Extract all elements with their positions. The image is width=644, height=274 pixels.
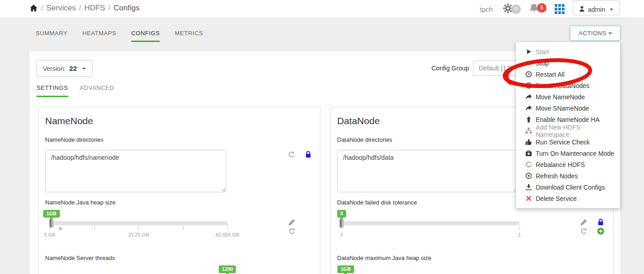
slider-value-badge: 1GB: [338, 265, 354, 273]
actions-button[interactable]: ACTIONS: [570, 26, 621, 41]
slider-tick-label: 1: [518, 232, 521, 237]
chevron-down-icon: [82, 68, 86, 70]
download-icon: [525, 184, 533, 190]
subtab-advanced[interactable]: ADVANCED: [80, 84, 114, 97]
lock-icon[interactable]: [597, 218, 604, 226]
breadcrumb-separator: /: [79, 4, 81, 13]
menu-item-label: Enable NameNode HA: [536, 116, 600, 123]
menu-item-add-new-hdfs-namespace: Add New HDFS Namespace: [516, 125, 620, 136]
undo-icon[interactable]: [288, 228, 296, 235]
chevron-down-icon: [610, 9, 613, 10]
panel-title: NameNode: [45, 116, 93, 126]
slider-tick: [139, 225, 139, 230]
views-grid-icon[interactable]: [555, 4, 565, 14]
alerts-count-badge: 5: [537, 3, 547, 13]
menu-item-restart-all[interactable]: Restart All: [516, 69, 620, 80]
slider-tick: [342, 225, 342, 230]
panel-title: DataNode: [337, 116, 380, 126]
refresh-icon: [525, 161, 533, 168]
user-icon: [579, 5, 585, 14]
slider-tick-label: 0: [340, 232, 343, 237]
stop-icon: [525, 60, 533, 66]
datanode-directories-input[interactable]: [337, 150, 518, 192]
operations-count-badge: 0: [511, 5, 521, 14]
background-operations-button[interactable]: 0: [503, 3, 521, 15]
lock-icon[interactable]: [305, 151, 312, 158]
undo-icon[interactable]: [288, 151, 295, 158]
field-label: DataNode maximum Java heap size: [337, 255, 431, 261]
alerts-button[interactable]: 5: [529, 3, 547, 15]
home-icon[interactable]: [29, 4, 38, 12]
slider-value-badge: 1200: [219, 265, 236, 273]
field-label: NameNode directories: [45, 136, 103, 143]
menu-item-label: Start: [536, 48, 549, 56]
config-group-label: Config Group: [431, 65, 469, 72]
menu-item-label: Add New HDFS Namespace: [536, 124, 616, 138]
tab-metrics[interactable]: METRICS: [175, 30, 203, 42]
service-tabs: SUMMARYHEATMAPSCONFIGSMETRICS: [36, 30, 203, 42]
edit-icon[interactable]: [580, 218, 588, 226]
medkit-icon: [525, 150, 533, 157]
panel-namenode: NameNodeNameNode directoriesNameNode Jav…: [38, 107, 320, 274]
menu-item-turn-on-maintenance-mode[interactable]: Turn On Maintenance Mode: [516, 148, 620, 159]
menu-item-start: Start: [516, 46, 620, 57]
field-label: NameNode Server threads: [45, 255, 115, 261]
admin-menu-button[interactable]: admin: [573, 0, 620, 15]
menu-item-label: Move NameNode: [536, 93, 585, 101]
config-sub-tabs: SETTINGSADVANCED: [37, 84, 114, 97]
slider-tick: [183, 225, 184, 230]
field-label: NameNode Java heap size: [45, 199, 116, 206]
field-label: DataNode directories: [337, 136, 392, 143]
menu-item-move-namenode[interactable]: Move NameNode: [516, 91, 620, 102]
play-icon: [525, 48, 533, 55]
menu-item-label: Download Client Configs: [536, 184, 605, 191]
menu-item-download-client-configs[interactable]: Download Client Configs: [516, 181, 620, 193]
menu-item-label: Stop: [536, 60, 549, 67]
menu-item-label: Run Service Check: [536, 139, 590, 146]
top-navbar: /Services/HDFS/Configs tpch 0: [0, 0, 644, 18]
undo-icon[interactable]: [580, 228, 588, 235]
tab-summary[interactable]: SUMMARY: [36, 30, 67, 42]
menu-item-restart-datanodes[interactable]: Restart DataNodes: [516, 80, 620, 91]
version-selector[interactable]: Version: 22: [36, 60, 93, 77]
slider-tick: [50, 225, 50, 230]
slider-tick: [94, 225, 95, 230]
breadcrumb-item-services[interactable]: Services: [46, 4, 76, 13]
slider-default-marker: [58, 227, 63, 230]
add-icon[interactable]: [597, 228, 604, 235]
tab-heatmaps[interactable]: HEATMAPS: [82, 30, 116, 42]
slider-value-badge: 0: [337, 210, 346, 218]
slider-track[interactable]: 01: [342, 221, 519, 225]
namenode-directories-input[interactable]: [45, 150, 226, 192]
menu-item-stop[interactable]: Stop: [516, 57, 620, 69]
forward-arrow-icon: [525, 105, 533, 111]
slider-value-badge: 1GB: [43, 210, 60, 218]
menu-item-rebalance-hdfs[interactable]: Rebalance HDFS: [516, 159, 620, 170]
field-label: DataNode failed disk tolerance: [337, 199, 417, 206]
sitemap-icon: [525, 127, 533, 134]
chevron-down-icon: [608, 33, 612, 34]
menu-item-run-service-check[interactable]: Run Service Check: [516, 136, 620, 148]
menu-item-label: Move SNameNode: [536, 105, 589, 112]
config-group-value: Default (12): [479, 65, 512, 72]
edit-icon[interactable]: [288, 218, 296, 226]
menu-item-label: Restart DataNodes: [536, 82, 589, 89]
breadcrumb-separator: /: [41, 4, 43, 13]
slider-tick-label: 31.25 GB: [128, 232, 149, 237]
menu-item-label: Rebalance HDFS: [536, 161, 585, 168]
cluster-name: tpch: [480, 5, 493, 13]
arrow-up-icon: [525, 116, 533, 123]
tab-configs[interactable]: CONFIGS: [131, 30, 160, 42]
menu-item-refresh-nodes[interactable]: Refresh Nodes: [516, 170, 620, 181]
slider-track[interactable]: 0 GB31.25 GB62.655 GB: [50, 221, 227, 225]
breadcrumb-item-hdfs[interactable]: HDFS: [84, 4, 105, 13]
menu-item-label: Delete Service: [536, 195, 577, 202]
subtab-settings[interactable]: SETTINGS: [37, 84, 68, 97]
breadcrumb: /Services/HDFS/Configs: [29, 4, 139, 13]
menu-item-delete-service[interactable]: Delete Service: [516, 193, 620, 204]
menu-item-label: Turn On Maintenance Mode: [536, 150, 614, 157]
clock-icon: [525, 82, 533, 89]
menu-item-move-snamenode[interactable]: Move SNameNode: [516, 102, 620, 114]
slider-tick-label: 0 GB: [44, 232, 55, 237]
forward-arrow-icon: [525, 93, 533, 100]
